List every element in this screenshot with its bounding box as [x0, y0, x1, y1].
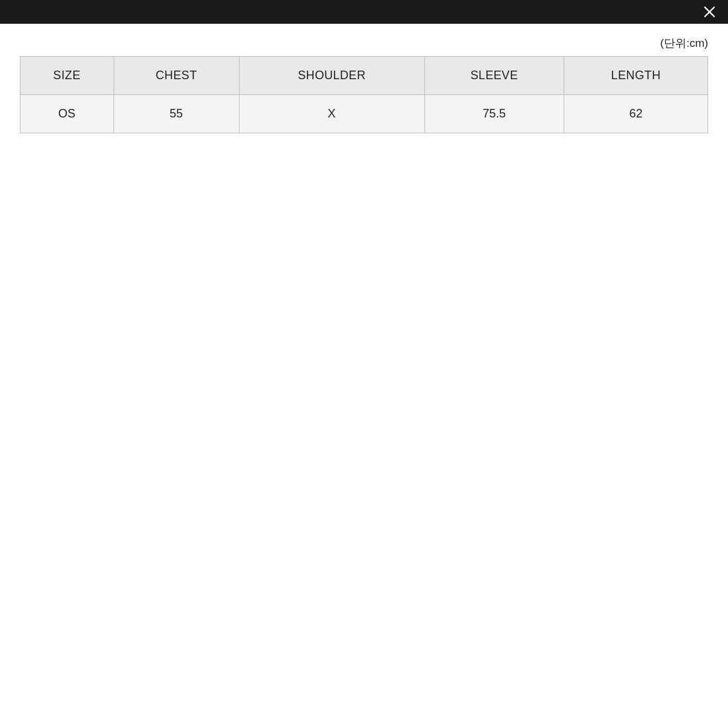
size-table: SIZE CHEST SHOULDER SLEEVE LENGTH OS 55 …: [20, 56, 708, 133]
close-button[interactable]: [702, 4, 717, 20]
table-header-row: SIZE CHEST SHOULDER SLEEVE LENGTH: [20, 57, 708, 95]
cell-length: 62: [564, 95, 708, 133]
cell-shoulder: X: [239, 95, 424, 133]
cell-chest: 55: [114, 95, 239, 133]
col-header-length: LENGTH: [564, 57, 708, 95]
unit-label: (단위:cm): [0, 24, 728, 56]
col-header-chest: CHEST: [114, 57, 239, 95]
col-header-shoulder: SHOULDER: [239, 57, 424, 95]
cell-sleeve: 75.5: [424, 95, 564, 133]
table-row: OS 55 X 75.5 62: [20, 95, 708, 133]
size-table-wrapper: SIZE CHEST SHOULDER SLEEVE LENGTH OS 55 …: [0, 56, 728, 133]
col-header-sleeve: SLEEVE: [424, 57, 564, 95]
top-bar: [0, 0, 728, 24]
col-header-size: SIZE: [20, 57, 114, 95]
cell-size: OS: [20, 95, 114, 133]
